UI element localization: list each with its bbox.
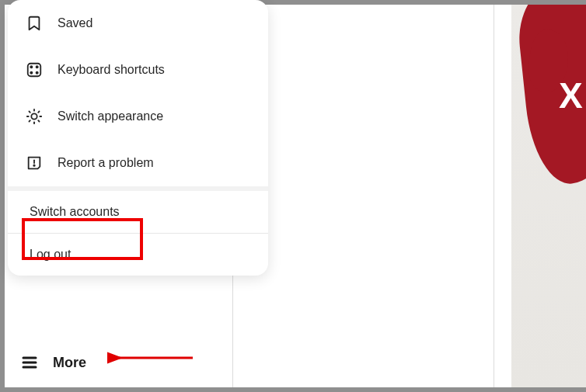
svg-point-1 (30, 66, 32, 68)
menu-item-label: Report a problem (58, 156, 154, 170)
svg-line-9 (38, 120, 39, 121)
alert-icon (25, 154, 44, 172)
feed-image: X (511, 5, 586, 387)
svg-point-5 (31, 113, 37, 119)
sidebar: Saved Keyboard shortcuts Switch appearan… (5, 5, 233, 387)
menu-item-logout[interactable]: Log out (8, 234, 268, 276)
svg-rect-0 (28, 64, 41, 77)
menu-item-label: Saved (58, 16, 92, 30)
svg-point-4 (37, 72, 38, 74)
svg-line-12 (29, 120, 30, 121)
svg-line-13 (38, 111, 39, 112)
svg-point-2 (37, 66, 38, 68)
svg-line-8 (29, 111, 30, 112)
content-divider (494, 5, 494, 387)
svg-point-3 (30, 72, 32, 74)
bookmark-icon (25, 14, 44, 33)
menu-item-switch-appearance[interactable]: Switch appearance (8, 93, 268, 140)
menu-item-label: Switch appearance (58, 109, 163, 123)
content-area: X (233, 5, 581, 387)
keyboard-icon (25, 61, 44, 79)
menu-item-keyboard-shortcuts[interactable]: Keyboard shortcuts (8, 47, 268, 93)
more-label: More (53, 355, 86, 371)
menu-item-report-problem[interactable]: Report a problem (8, 140, 268, 186)
more-menu-popup: Saved Keyboard shortcuts Switch appearan… (8, 0, 268, 276)
menu-item-saved[interactable]: Saved (8, 0, 268, 47)
menu-item-switch-accounts[interactable]: Switch accounts (8, 191, 268, 233)
svg-point-15 (33, 165, 34, 165)
menu-item-label: Keyboard shortcuts (58, 63, 165, 77)
menu-item-label: Log out (30, 248, 71, 261)
menu-item-label: Switch accounts (30, 205, 120, 218)
hamburger-icon (20, 353, 39, 372)
more-button[interactable]: More (20, 353, 86, 372)
sun-icon (25, 107, 44, 126)
